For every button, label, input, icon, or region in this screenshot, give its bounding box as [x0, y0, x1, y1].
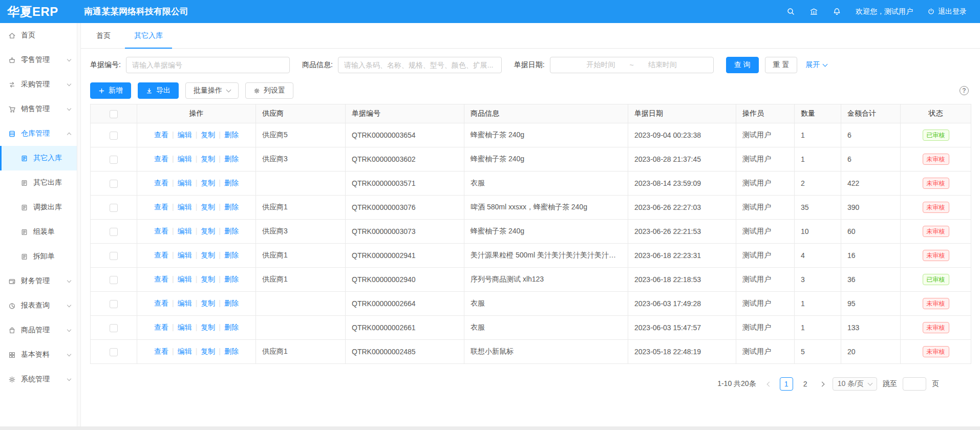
link-separator: | — [172, 227, 174, 235]
sidebar-item-home[interactable]: 首页 — [0, 23, 77, 48]
sidebar-item-other-outbound[interactable]: 其它出库 — [0, 170, 77, 195]
add-button[interactable]: 新增 — [90, 82, 131, 99]
row-action-edit[interactable]: 编辑 — [178, 155, 192, 163]
row-action-view[interactable]: 查看 — [154, 275, 168, 283]
row-action-delete[interactable]: 删除 — [224, 323, 239, 331]
sidebar-item-retail[interactable]: 零售管理 — [0, 48, 77, 72]
row-action-copy[interactable]: 复制 — [201, 179, 215, 187]
help-icon[interactable] — [960, 86, 969, 95]
search-icon[interactable] — [786, 7, 795, 16]
row-action-edit[interactable]: 编辑 — [178, 227, 192, 235]
search-button[interactable]: 查 询 — [726, 57, 759, 73]
sidebar-item-other-inbound[interactable]: 其它入库 — [0, 146, 77, 170]
row-action-delete[interactable]: 删除 — [224, 347, 239, 355]
row-checkbox[interactable] — [110, 276, 118, 284]
logout-icon — [927, 8, 935, 15]
cell-product: 美汁源果粒橙 500ml 美汁美汁美汁美汁美汁美... — [464, 244, 628, 268]
reset-button[interactable]: 重 置 — [765, 57, 798, 73]
row-action-edit[interactable]: 编辑 — [178, 323, 192, 331]
product-info-input[interactable] — [338, 57, 502, 73]
row-action-delete[interactable]: 删除 — [224, 275, 239, 283]
row-action-view[interactable]: 查看 — [154, 299, 168, 307]
row-checkbox[interactable] — [110, 300, 118, 308]
status-badge: 未审核 — [923, 250, 949, 261]
page-size-select[interactable]: 10 条/页 — [833, 377, 877, 391]
row-action-edit[interactable]: 编辑 — [178, 275, 192, 283]
tab-home[interactable]: 首页 — [94, 23, 113, 48]
export-button[interactable]: 导出 — [138, 82, 179, 99]
page-button-2[interactable]: 2 — [799, 377, 812, 391]
sidebar-item-goods[interactable]: 商品管理 — [0, 318, 77, 342]
row-action-view[interactable]: 查看 — [154, 155, 168, 163]
page-button-1[interactable]: 1 — [780, 377, 793, 391]
cell-amount: 422 — [841, 171, 901, 196]
row-action-delete[interactable]: 删除 — [224, 299, 239, 307]
sidebar-item-reports[interactable]: 报表查询 — [0, 293, 77, 318]
column-settings-button[interactable]: 列设置 — [245, 82, 293, 99]
row-action-copy[interactable]: 复制 — [201, 323, 215, 331]
logout-button[interactable]: 退出登录 — [927, 7, 967, 16]
sidebar-item-system[interactable]: 系统管理 — [0, 367, 77, 392]
row-action-edit[interactable]: 编辑 — [178, 203, 192, 211]
bill-no-input[interactable] — [126, 57, 290, 73]
row-action-copy[interactable]: 复制 — [201, 299, 215, 307]
row-action-copy[interactable]: 复制 — [201, 227, 215, 235]
row-action-edit[interactable]: 编辑 — [178, 131, 192, 139]
row-action-delete[interactable]: 删除 — [224, 179, 239, 187]
horizontal-scrollbar[interactable] — [0, 426, 980, 430]
sidebar-item-basic-data[interactable]: 基本资料 — [0, 342, 77, 367]
row-action-view[interactable]: 查看 — [154, 323, 168, 331]
sidebar-item-sales[interactable]: 销售管理 — [0, 97, 77, 121]
sidebar-scrollbar[interactable] — [77, 23, 81, 426]
row-checkbox[interactable] — [110, 180, 118, 188]
date-start-placeholder: 开始时间 — [587, 60, 615, 70]
select-all-checkbox[interactable] — [110, 110, 118, 118]
row-checkbox[interactable] — [110, 156, 118, 164]
tab-other-inbound[interactable]: 其它入库 — [132, 23, 165, 48]
row-action-copy[interactable]: 复制 — [201, 155, 215, 163]
row-checkbox[interactable] — [110, 228, 118, 236]
row-action-delete[interactable]: 删除 — [224, 227, 239, 235]
row-action-view[interactable]: 查看 — [154, 179, 168, 187]
row-action-edit[interactable]: 编辑 — [178, 299, 192, 307]
row-action-copy[interactable]: 复制 — [201, 251, 215, 259]
prev-page-button[interactable] — [765, 377, 774, 391]
batch-actions-button[interactable]: 批量操作 — [185, 82, 239, 99]
row-action-copy[interactable]: 复制 — [201, 275, 215, 283]
sidebar-item-finance[interactable]: 财务管理 — [0, 269, 77, 293]
sidebar-item-transfer-outbound[interactable]: 调拨出库 — [0, 195, 77, 220]
sidebar-item-purchase[interactable]: 采购管理 — [0, 72, 77, 97]
row-action-delete[interactable]: 删除 — [224, 155, 239, 163]
row-checkbox[interactable] — [110, 324, 118, 332]
row-action-view[interactable]: 查看 — [154, 203, 168, 211]
date-range-input[interactable]: 开始时间 ~ 结束时间 — [550, 57, 714, 73]
sidebar-item-warehouse[interactable]: 仓库管理 — [0, 121, 77, 146]
row-action-delete[interactable]: 删除 — [224, 131, 239, 139]
row-checkbox[interactable] — [110, 252, 118, 260]
row-action-edit[interactable]: 编辑 — [178, 251, 192, 259]
sidebar-item-assembly-order[interactable]: 组装单 — [0, 220, 77, 244]
row-action-delete[interactable]: 删除 — [224, 251, 239, 259]
row-action-copy[interactable]: 复制 — [201, 347, 215, 355]
row-action-copy[interactable]: 复制 — [201, 203, 215, 211]
row-checkbox[interactable] — [110, 132, 118, 140]
link-separator: | — [196, 155, 198, 163]
sidebar-item-disassembly-order[interactable]: 拆卸单 — [0, 244, 77, 269]
row-checkbox[interactable] — [110, 204, 118, 212]
expand-link[interactable]: 展开 — [805, 60, 827, 70]
row-checkbox[interactable] — [110, 348, 118, 356]
notifications-icon[interactable] — [833, 7, 841, 16]
organization-icon[interactable] — [809, 7, 818, 16]
row-action-copy[interactable]: 复制 — [201, 131, 215, 139]
row-action-view[interactable]: 查看 — [154, 347, 168, 355]
row-action-delete[interactable]: 删除 — [224, 203, 239, 211]
row-action-edit[interactable]: 编辑 — [178, 179, 192, 187]
row-action-view[interactable]: 查看 — [154, 131, 168, 139]
column-header: 金额合计 — [841, 104, 901, 123]
row-action-view[interactable]: 查看 — [154, 251, 168, 259]
row-action-view[interactable]: 查看 — [154, 227, 168, 235]
row-action-edit[interactable]: 编辑 — [178, 347, 192, 355]
app-logo[interactable]: 华夏ERP — [0, 4, 77, 20]
jump-page-input[interactable] — [903, 377, 926, 391]
next-page-button[interactable] — [818, 377, 827, 391]
